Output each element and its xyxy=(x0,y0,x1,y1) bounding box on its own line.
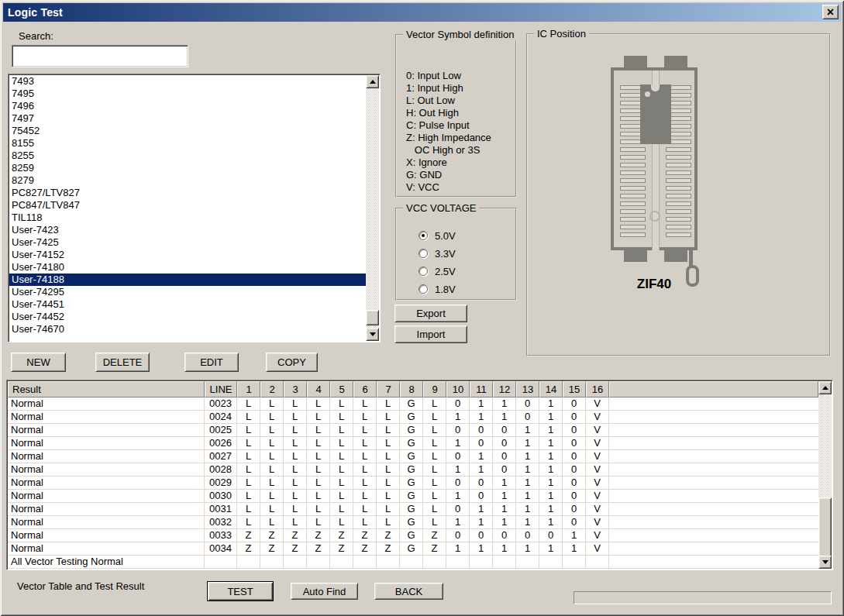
table-row[interactable]: Normal0029LLLLLLLGL001110V xyxy=(8,477,818,490)
list-item[interactable]: User-7425 xyxy=(9,236,366,249)
back-button[interactable]: BACK xyxy=(374,583,443,600)
vector-symbol-groupbox: Vector Symbol definition 0: Input Low1: … xyxy=(395,34,517,198)
scroll-down-button[interactable] xyxy=(818,556,832,569)
list-item[interactable]: User-74670 xyxy=(9,323,366,336)
list-item[interactable]: 8255 xyxy=(9,150,366,162)
list-item[interactable]: 7497 xyxy=(9,112,366,125)
table-row[interactable]: Normal0033ZZZZZZZGZ000001V xyxy=(8,529,818,542)
export-button[interactable]: Export xyxy=(394,305,467,322)
cell-pin-value: 1 xyxy=(516,490,539,503)
list-item[interactable]: TIL118 xyxy=(9,212,366,224)
column-header-pin[interactable]: 13 xyxy=(516,381,539,397)
title-bar[interactable]: Logic Test × xyxy=(3,3,841,22)
list-item[interactable]: User-74188 xyxy=(9,274,366,286)
vcc-option[interactable]: 5.0V xyxy=(419,229,456,242)
cell-pin-value: L xyxy=(307,424,330,437)
list-item[interactable]: 7495 xyxy=(9,88,366,100)
column-header-pin[interactable]: 4 xyxy=(307,381,330,397)
table-row[interactable]: Normal0030LLLLLLLGL101110V xyxy=(8,490,818,503)
vcc-option[interactable]: 2.5V xyxy=(419,265,456,277)
list-scrollbar[interactable] xyxy=(366,75,379,341)
list-item[interactable]: PC827/LTV827 xyxy=(9,187,366,199)
column-header-pin[interactable]: 14 xyxy=(539,381,563,397)
symbol-line: X: Ignore xyxy=(406,157,491,169)
cell-line: 0028 xyxy=(205,463,237,477)
table-row[interactable]: Normal0023LLLLLLLGL011010V xyxy=(8,397,818,411)
auto-find-button[interactable]: Auto Find xyxy=(291,583,358,600)
cell-pin-value: L xyxy=(237,397,260,411)
table-row[interactable]: Normal0031LLLLLLLGL011110V xyxy=(8,503,818,516)
cell-filler xyxy=(609,490,818,503)
column-header-pin[interactable]: 11 xyxy=(470,381,493,397)
column-header-pin[interactable]: 12 xyxy=(493,381,516,397)
symbol-line: H: Out High xyxy=(406,107,491,119)
table-row[interactable]: Normal0034ZZZZZZZGZ111111V xyxy=(8,542,818,556)
cell-pin-value: 1 xyxy=(539,411,563,424)
list-item[interactable]: User-74452 xyxy=(9,311,366,323)
edit-button[interactable]: EDIT xyxy=(184,353,239,372)
search-input[interactable] xyxy=(12,45,188,67)
column-header-pin[interactable]: 6 xyxy=(353,381,377,397)
cell-pin-value: L xyxy=(377,437,400,450)
import-button[interactable]: Import xyxy=(394,325,467,343)
table-row[interactable]: Normal0028LLLLLLLGL110110V xyxy=(8,463,818,477)
cell-pin-value: Z xyxy=(307,529,330,542)
cell-result: Normal xyxy=(8,397,205,411)
result-table[interactable]: ResultLINE12345678910111213141516 Normal… xyxy=(6,380,833,570)
cell-result: Normal xyxy=(8,516,205,529)
close-button[interactable]: × xyxy=(822,5,839,19)
cell-pin-value: 1 xyxy=(446,490,470,503)
scroll-up-button[interactable] xyxy=(366,75,379,88)
device-list[interactable]: 7493749574967497754528155825582598279PC8… xyxy=(8,74,381,342)
cell-pin-value: L xyxy=(353,516,377,529)
list-item[interactable]: 7496 xyxy=(9,100,366,112)
pin-slot xyxy=(620,186,646,191)
delete-button[interactable]: DELETE xyxy=(95,353,150,372)
column-header-result[interactable]: Result xyxy=(8,381,205,397)
cell-pin-value: L xyxy=(307,490,330,503)
list-item[interactable]: 7493 xyxy=(9,75,366,88)
list-item[interactable]: User-74451 xyxy=(9,298,366,311)
list-item[interactable]: User-7423 xyxy=(9,224,366,236)
new-button[interactable]: NEW xyxy=(11,353,66,372)
test-button[interactable]: TEST xyxy=(207,581,274,601)
table-row[interactable]: Normal0032LLLLLLLGL111110V xyxy=(8,516,818,529)
list-item[interactable]: 8279 xyxy=(9,174,366,187)
list-item[interactable]: 8155 xyxy=(9,137,366,150)
list-item[interactable]: PC847/LTV847 xyxy=(9,199,366,212)
scroll-thumb[interactable] xyxy=(818,497,832,557)
scroll-down-button[interactable] xyxy=(366,328,379,341)
column-header-pin[interactable]: 15 xyxy=(563,381,586,397)
table-row[interactable]: Normal0025LLLLLLLGL000110V xyxy=(8,424,818,437)
close-icon: × xyxy=(827,6,834,19)
table-row[interactable]: Normal0027LLLLLLLGL010110V xyxy=(8,450,818,463)
list-item[interactable]: User-74180 xyxy=(9,261,366,274)
cell-pin-value: L xyxy=(423,397,446,411)
list-item[interactable]: User-74295 xyxy=(9,286,366,298)
table-scrollbar[interactable] xyxy=(818,381,832,569)
list-item[interactable]: 75452 xyxy=(9,125,366,137)
vcc-option[interactable]: 1.8V xyxy=(419,283,456,295)
vcc-option[interactable]: 3.3V xyxy=(419,247,456,260)
cell-pin-value: 0 xyxy=(446,529,470,542)
column-header-pin[interactable]: 5 xyxy=(330,381,353,397)
cell-pin-value: L xyxy=(307,477,330,490)
column-header-pin[interactable]: 2 xyxy=(260,381,284,397)
column-header-pin[interactable]: 8 xyxy=(400,381,423,397)
column-header-pin[interactable]: 1 xyxy=(237,381,260,397)
list-item[interactable]: User-74152 xyxy=(9,249,366,261)
scroll-thumb[interactable] xyxy=(366,310,379,325)
column-header-line[interactable]: LINE xyxy=(205,381,237,397)
cell-pin-value: L xyxy=(307,463,330,477)
column-header-pin[interactable]: 9 xyxy=(423,381,446,397)
column-header-pin[interactable]: 16 xyxy=(586,381,609,397)
symbol-line: OC High or 3S xyxy=(406,144,491,157)
list-item[interactable]: 8259 xyxy=(9,162,366,174)
table-row[interactable]: Normal0024LLLLLLLGL111010V xyxy=(8,411,818,424)
copy-button[interactable]: COPY xyxy=(266,353,318,372)
column-header-pin[interactable]: 7 xyxy=(377,381,400,397)
scroll-up-button[interactable] xyxy=(818,381,832,394)
column-header-pin[interactable]: 10 xyxy=(446,381,470,397)
column-header-pin[interactable]: 3 xyxy=(284,381,307,397)
table-row[interactable]: Normal0026LLLLLLLGL100110V xyxy=(8,437,818,450)
